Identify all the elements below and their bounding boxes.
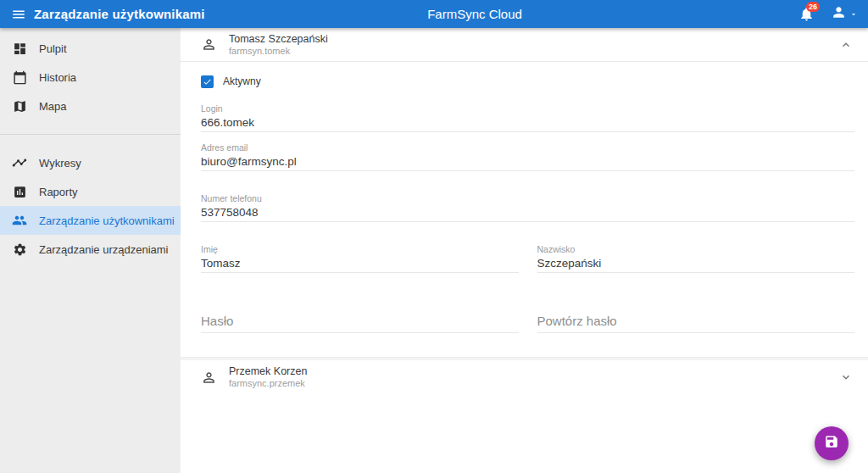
chevron-down-icon[interactable]	[837, 369, 854, 386]
sidebar-item-label: Zarządzanie użytkownikami	[39, 214, 175, 227]
sidebar-divider	[0, 134, 181, 135]
last-name-field[interactable]: Nazwisko Szczepański	[537, 244, 855, 273]
active-checkbox[interactable]	[201, 75, 214, 88]
phone-field-value: 537758048	[201, 205, 854, 220]
email-field[interactable]: Adres email biuro@farmsync.pl	[201, 142, 854, 171]
account-menu-button[interactable]	[831, 4, 858, 24]
user-name: Przemek Korzen	[229, 365, 307, 378]
password-repeat-field[interactable]: Powtórz hasło	[537, 285, 855, 333]
person-outline-icon	[201, 36, 218, 53]
email-field-label: Adres email	[201, 142, 854, 153]
phone-field-label: Numer telefonu	[201, 193, 854, 204]
timeline-chart-icon	[12, 155, 27, 170]
sidebar-item-label: Wykresy	[39, 157, 81, 170]
user-form: Aktywny Login 666.tomek Adres email biur…	[181, 73, 868, 357]
sidebar-item-label: Raporty	[39, 186, 78, 198]
gear-icon	[12, 242, 27, 257]
sidebar-item-label: Mapa	[39, 100, 67, 113]
save-button[interactable]	[815, 426, 849, 460]
sidebar-item-pulpit[interactable]: Pulpit	[0, 34, 181, 63]
first-name-field-label: Imię	[201, 244, 519, 255]
sidebar-item-zarzadzanie-uzytkownikami[interactable]: Zarządzanie użytkownikami	[0, 206, 181, 235]
user-name: Tomasz Szczepański	[229, 33, 328, 46]
notifications-icon[interactable]: 26	[798, 6, 815, 23]
account-icon	[831, 4, 847, 24]
sidebar-item-mapa[interactable]: Mapa	[0, 92, 181, 120]
user-panel-collapsed: Przemek Korzen farmsync.przemek	[181, 360, 868, 394]
sidebar-item-label: Zarządzanie urządzeniami	[39, 243, 168, 256]
page-title: Zarządzanie użytkownikami	[34, 7, 205, 21]
first-name-field-value: Tomasz	[201, 256, 519, 270]
login-field-label: Login	[201, 103, 854, 114]
login-field[interactable]: Login 666.tomek	[201, 103, 854, 132]
sidebar-item-raporty[interactable]: Raporty	[0, 177, 181, 206]
person-outline-icon	[201, 369, 218, 386]
map-icon	[12, 98, 27, 114]
save-icon	[824, 434, 839, 453]
first-name-field[interactable]: Imię Tomasz	[201, 244, 519, 273]
bar-chart-icon	[12, 184, 27, 199]
user-login: farmsyn.tomek	[229, 46, 328, 57]
email-field-value: biuro@farmsync.pl	[201, 154, 854, 169]
caret-down-icon	[849, 7, 858, 22]
user-panel-header-przemek[interactable]: Przemek Korzen farmsync.przemek	[181, 360, 868, 394]
check-icon	[203, 77, 212, 86]
last-name-field-value: Szczepański	[537, 256, 855, 270]
top-app-bar: Zarządzanie użytkownikami FarmSync Cloud…	[0, 0, 868, 28]
user-panel-header-tomasz[interactable]: Tomasz Szczepański farmsyn.tomek	[181, 28, 868, 62]
login-field-value: 666.tomek	[201, 115, 854, 130]
password-repeat-field-placeholder: Powtórz hasło	[537, 314, 855, 329]
menu-icon[interactable]	[11, 7, 26, 22]
user-panel-expanded: Tomasz Szczepański farmsyn.tomek Aktywny…	[181, 28, 868, 357]
calendar-icon	[12, 70, 27, 85]
main-content: Tomasz Szczepański farmsyn.tomek Aktywny…	[181, 28, 868, 473]
people-icon	[12, 213, 27, 228]
password-field[interactable]: Hasło	[201, 285, 519, 333]
phone-field[interactable]: Numer telefonu 537758048	[201, 193, 854, 222]
sidebar-item-label: Historia	[39, 71, 76, 84]
sidebar-item-label: Pulpit	[39, 42, 67, 55]
password-field-placeholder: Hasło	[201, 314, 519, 329]
user-login: farmsync.przemek	[229, 378, 307, 389]
app-name: FarmSync Cloud	[427, 7, 522, 21]
sidebar-nav: Pulpit Historia Mapa Wykresy Raporty Zar…	[0, 28, 181, 473]
last-name-field-label: Nazwisko	[537, 244, 855, 255]
sidebar-item-wykresy[interactable]: Wykresy	[0, 148, 181, 177]
dashboard-icon	[12, 41, 27, 56]
active-checkbox-label: Aktywny	[223, 75, 261, 87]
sidebar-item-historia[interactable]: Historia	[0, 63, 181, 92]
notifications-badge: 26	[806, 2, 820, 12]
chevron-up-icon[interactable]	[837, 36, 854, 53]
sidebar-item-zarzadzanie-urzadzeniami[interactable]: Zarządzanie urządzeniami	[0, 235, 181, 264]
